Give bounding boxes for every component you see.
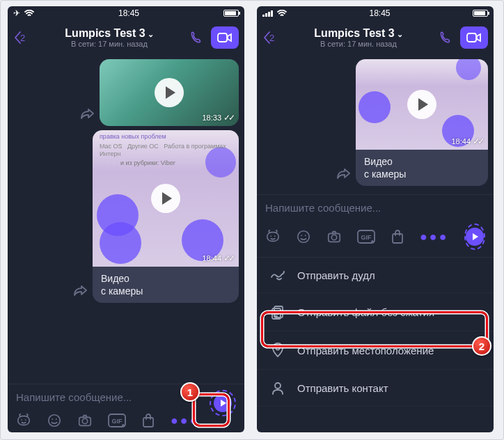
cell-signal-icon xyxy=(262,10,273,17)
step-badge-2: 2 xyxy=(472,336,491,356)
wifi-icon xyxy=(277,10,287,17)
camera-icon[interactable] xyxy=(326,229,342,244)
chat-title-area[interactable]: Lumpics Test 3⌄ В сети: 17 мин. назад xyxy=(286,26,431,49)
send-button[interactable] xyxy=(210,390,236,416)
svg-rect-0 xyxy=(218,33,227,42)
video-call-button[interactable] xyxy=(460,26,488,49)
more-options-button[interactable]: ●●● xyxy=(420,230,449,244)
emoji-icon[interactable] xyxy=(47,413,62,428)
option-label: Отправить дудл xyxy=(297,269,375,281)
svg-rect-12 xyxy=(467,33,476,42)
read-ticks-icon: ✓✓ xyxy=(473,136,482,146)
chat-title-area[interactable]: Lumpics Test 3⌄ В сети: 17 мин. назад xyxy=(37,26,182,49)
message-video-1[interactable]: 18:33✓✓ xyxy=(13,59,239,126)
shop-icon[interactable] xyxy=(141,413,155,428)
wifi-icon xyxy=(24,10,34,17)
airplane-mode-icon: ✈︎ xyxy=(13,8,20,18)
chat-header: 2 Lumpics Test 3⌄ В сети: 17 мин. назад xyxy=(8,20,244,55)
svg-text:GIF: GIF xyxy=(361,234,372,241)
read-ticks-icon: ✓✓ xyxy=(223,253,233,263)
video-thumbnail-1[interactable]: 18:33✓✓ xyxy=(100,59,239,126)
send-contact-option[interactable]: Отправить контакт xyxy=(257,370,494,407)
svg-point-3 xyxy=(25,419,26,421)
svg-point-15 xyxy=(274,236,276,237)
back-count: 2 xyxy=(269,33,274,43)
send-doodle-option[interactable]: Отправить дудл xyxy=(257,258,494,293)
svg-point-27 xyxy=(275,383,281,388)
send-file-no-compression-option[interactable]: Отправить файл без сжатия xyxy=(257,293,494,331)
forward-icon[interactable] xyxy=(73,285,87,296)
svg-point-2 xyxy=(21,419,22,421)
send-button[interactable] xyxy=(464,223,485,250)
step-badge-1: 1 xyxy=(180,382,200,402)
send-location-option[interactable]: Отправить местоположение xyxy=(257,331,494,370)
svg-point-17 xyxy=(301,235,302,237)
chevron-down-icon: ⌄ xyxy=(148,30,154,38)
phone-screenshot-right: 18:45 2 Lumpics Test 3⌄ В сети: 17 мин. … xyxy=(257,6,494,432)
phone-screenshot-left: ✈︎ 18:45 2 Lumpics Test 3⌄ В сети: 17 ми… xyxy=(8,6,244,432)
svg-text:GIF: GIF xyxy=(112,418,123,425)
video-thumbnail[interactable]: 18:44✓✓ xyxy=(356,59,488,150)
video-caption: Видеос камеры xyxy=(93,267,239,303)
option-label: Отправить контакт xyxy=(297,382,388,394)
svg-point-6 xyxy=(56,418,57,420)
battery-icon xyxy=(223,10,239,17)
voice-call-button[interactable] xyxy=(434,26,457,49)
attachment-toolbar: GIF ●●● xyxy=(16,413,236,428)
file-icon xyxy=(269,304,286,320)
svg-point-14 xyxy=(270,236,271,237)
option-label: Отправить файл без сжатия xyxy=(297,306,434,318)
more-options-sheet: Отправить дудл Отправить файл без сжатия… xyxy=(257,257,494,407)
chat-header: 2 Lumpics Test 3⌄ В сети: 17 мин. назад xyxy=(257,20,494,55)
status-bar: ✈︎ 18:45 xyxy=(8,6,244,20)
doodle-icon xyxy=(269,269,286,281)
back-button[interactable]: 2 xyxy=(13,31,34,45)
message-video-2[interactable]: правка новых проблeм Mac OS Другие ОС Ра… xyxy=(13,130,239,303)
sticker-icon[interactable] xyxy=(16,413,31,428)
message-input[interactable]: Напишите сообщение... xyxy=(16,391,236,403)
status-bar: 18:45 xyxy=(257,6,494,20)
msg-time: 18:44 xyxy=(202,254,221,262)
more-options-button[interactable]: ●●● xyxy=(171,414,200,428)
svg-point-16 xyxy=(298,231,310,243)
play-icon[interactable] xyxy=(155,78,184,107)
forward-icon[interactable] xyxy=(336,168,350,179)
chat-area[interactable]: 18:44✓✓ Видеос камеры xyxy=(257,55,494,194)
chat-title: Lumpics Test 3 xyxy=(314,27,394,39)
video-call-button[interactable] xyxy=(211,26,239,49)
status-time: 18:45 xyxy=(369,8,390,18)
chat-subtitle: В сети: 17 мин. назад xyxy=(37,40,182,49)
chat-subtitle: В сети: 17 мин. назад xyxy=(286,40,431,49)
attachment-toolbar: GIF ●●● xyxy=(265,223,485,250)
contact-icon xyxy=(269,381,286,395)
chat-area[interactable]: 18:33✓✓ правка новых проблeм Mac OS Друг… xyxy=(8,55,244,384)
gif-icon[interactable]: GIF xyxy=(357,230,375,244)
message-input[interactable]: Напишите сообщение... xyxy=(265,202,485,214)
shop-icon[interactable] xyxy=(391,229,404,244)
gif-icon[interactable]: GIF xyxy=(108,414,126,427)
svg-rect-23 xyxy=(393,234,402,243)
location-icon xyxy=(269,343,286,358)
back-count: 2 xyxy=(20,33,25,43)
svg-point-20 xyxy=(331,235,336,240)
status-time: 18:45 xyxy=(118,8,139,18)
forward-icon[interactable] xyxy=(80,108,94,119)
voice-call-button[interactable] xyxy=(184,26,208,49)
play-icon[interactable] xyxy=(151,184,180,213)
message-video[interactable]: 18:44✓✓ Видеос камеры xyxy=(262,59,488,186)
svg-point-18 xyxy=(305,235,306,237)
back-button[interactable]: 2 xyxy=(262,31,283,45)
option-label: Отправить местоположение xyxy=(297,345,434,356)
battery-icon xyxy=(473,10,488,17)
video-caption: Видеос камеры xyxy=(356,150,488,186)
video-thumbnail-2[interactable]: правка новых проблeм Mac OS Другие ОС Ра… xyxy=(93,130,239,267)
camera-icon[interactable] xyxy=(77,413,93,428)
play-icon[interactable] xyxy=(407,90,436,119)
chat-title: Lumpics Test 3 xyxy=(65,27,145,39)
read-ticks-icon: ✓✓ xyxy=(223,113,233,123)
svg-rect-11 xyxy=(143,418,153,427)
svg-point-5 xyxy=(52,418,53,420)
sticker-icon[interactable] xyxy=(265,229,281,244)
svg-rect-13 xyxy=(267,233,279,242)
emoji-icon[interactable] xyxy=(296,229,311,244)
